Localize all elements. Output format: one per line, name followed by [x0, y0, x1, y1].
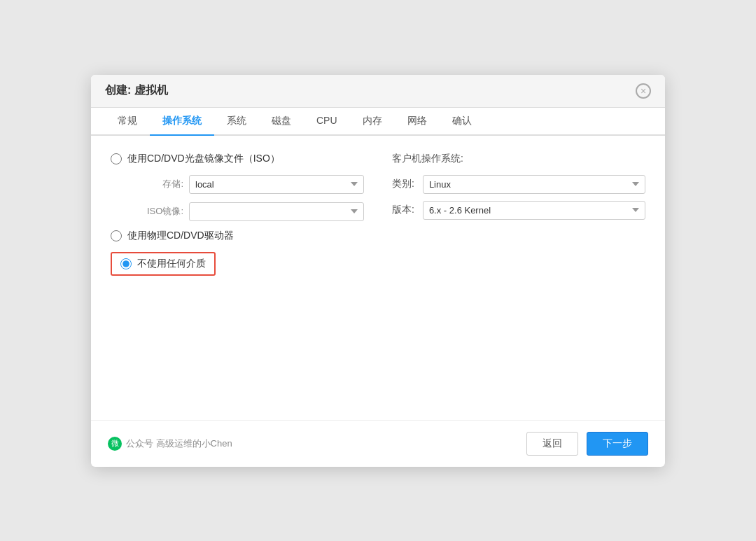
radio-none[interactable] — [120, 258, 132, 269]
option-dvd-row: 使用物理CD/DVD驱动器 — [111, 230, 364, 242]
tab-system[interactable]: 系统 — [214, 108, 259, 136]
dialog-title: 创建: 虚拟机 — [105, 83, 168, 98]
tab-bar: 常规 操作系统 系统 磁盘 CPU 内存 网络 确认 — [91, 108, 665, 136]
watermark: 微 公众号 高级运维的小Chen — [108, 437, 232, 451]
content-top: 使用CD/DVD光盘镜像文件（ISO） 存储: local ISO镜像: — [111, 153, 645, 276]
tab-memory[interactable]: 内存 — [350, 108, 395, 136]
radio-iso[interactable] — [111, 153, 122, 164]
guest-os-grid: 类别: Linux 版本: 6.x - 2.6 Kernel — [392, 175, 645, 220]
next-button[interactable]: 下一步 — [587, 432, 648, 456]
dialog-header: 创建: 虚拟机 × — [91, 75, 665, 108]
left-panel: 使用CD/DVD光盘镜像文件（ISO） 存储: local ISO镜像: — [111, 153, 364, 276]
no-media-box: 不使用任何介质 — [111, 252, 216, 276]
option-iso-label[interactable]: 使用CD/DVD光盘镜像文件（ISO） — [127, 153, 280, 165]
storage-select[interactable]: local — [189, 175, 364, 194]
dialog-footer: 微 公众号 高级运维的小Chen 返回 下一步 — [91, 420, 665, 467]
tab-disk[interactable]: 磁盘 — [259, 108, 304, 136]
option-nomedia-container: 不使用任何介质 — [111, 252, 364, 276]
watermark-text: 公众号 高级运维的小Chen — [126, 437, 232, 450]
close-button[interactable]: × — [636, 83, 651, 99]
guest-os-title: 客户机操作系统: — [392, 153, 645, 165]
dialog-body: 使用CD/DVD光盘镜像文件（ISO） 存储: local ISO镜像: — [91, 136, 665, 420]
type-label: 类别: — [392, 178, 414, 190]
version-label: 版本: — [392, 204, 414, 216]
option-nomedia-label[interactable]: 不使用任何介质 — [137, 258, 206, 270]
iso-row: ISO镜像: — [111, 202, 364, 221]
version-select[interactable]: 6.x - 2.6 Kernel — [423, 201, 645, 220]
tab-confirm[interactable]: 确认 — [440, 108, 484, 136]
wechat-icon: 微 — [108, 437, 122, 451]
tab-network[interactable]: 网络 — [395, 108, 440, 136]
storage-label: 存储: — [127, 178, 183, 190]
radio-dvd[interactable] — [111, 230, 122, 241]
storage-row: 存储: local — [111, 175, 364, 194]
right-panel: 客户机操作系统: 类别: Linux 版本: 6.x - 2.6 Kernel — [392, 153, 645, 276]
tab-cpu[interactable]: CPU — [304, 108, 350, 136]
option-dvd-label[interactable]: 使用物理CD/DVD驱动器 — [127, 230, 234, 242]
iso-label: ISO镜像: — [127, 205, 183, 218]
option-iso-row: 使用CD/DVD光盘镜像文件（ISO） — [111, 153, 364, 165]
tab-os[interactable]: 操作系统 — [150, 108, 214, 136]
create-vm-dialog: 创建: 虚拟机 × 常规 操作系统 系统 磁盘 CPU 内存 网络 确认 使用C… — [91, 75, 665, 467]
tab-general[interactable]: 常规 — [105, 108, 150, 136]
type-select[interactable]: Linux — [423, 175, 645, 194]
back-button[interactable]: 返回 — [526, 432, 578, 456]
iso-select[interactable] — [189, 202, 364, 221]
